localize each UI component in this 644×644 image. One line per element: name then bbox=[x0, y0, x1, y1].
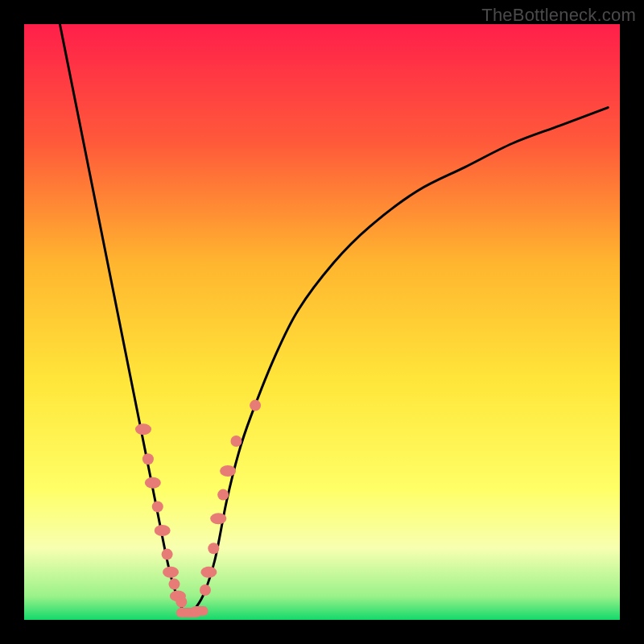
data-marker bbox=[217, 489, 229, 501]
data-marker bbox=[208, 543, 219, 554]
data-marker bbox=[135, 423, 151, 435]
data-marker bbox=[152, 501, 163, 512]
data-marker bbox=[230, 436, 242, 447]
data-marker bbox=[191, 606, 208, 616]
plot-area bbox=[24, 24, 620, 620]
watermark-text: TheBottleneck.com bbox=[481, 5, 636, 26]
data-marker bbox=[162, 549, 173, 560]
data-marker bbox=[168, 579, 180, 590]
data-marker bbox=[210, 513, 226, 524]
data-marker bbox=[200, 567, 217, 578]
curve-left-arm bbox=[60, 24, 184, 614]
data-marker bbox=[200, 584, 211, 596]
bottleneck-curve bbox=[24, 24, 620, 620]
data-marker bbox=[220, 465, 236, 477]
data-marker bbox=[155, 525, 171, 536]
data-marker bbox=[250, 400, 261, 411]
data-marker bbox=[142, 453, 154, 464]
data-marker bbox=[163, 567, 179, 578]
data-marker bbox=[175, 597, 187, 608]
data-marker bbox=[145, 477, 161, 489]
curve-right-arm bbox=[191, 108, 608, 614]
chart-frame: TheBottleneck.com bbox=[0, 0, 644, 644]
